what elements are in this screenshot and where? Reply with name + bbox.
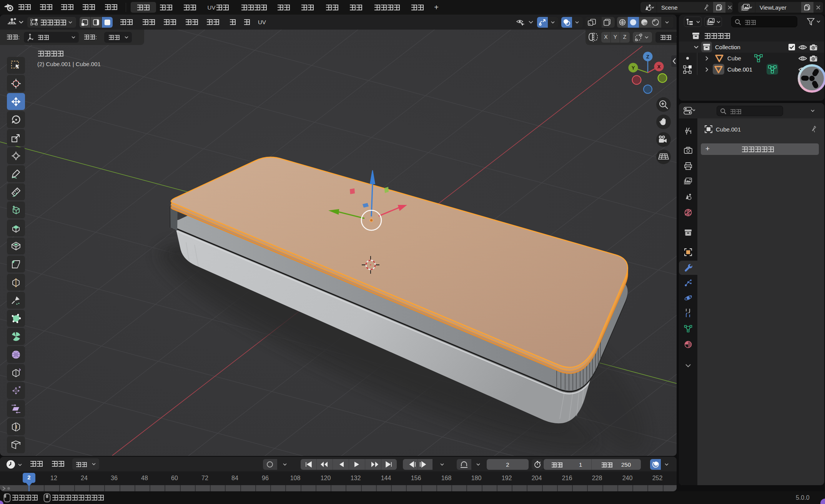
svg-text:Z: Z (646, 54, 649, 60)
svg-text:Y: Y (632, 65, 635, 71)
svg-text:X: X (657, 64, 661, 70)
